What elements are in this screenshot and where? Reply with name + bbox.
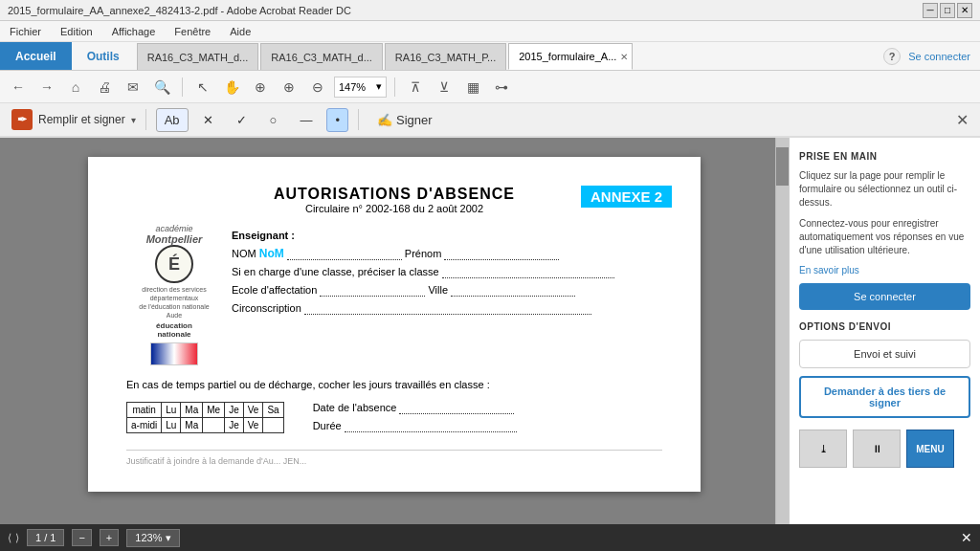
toolbar-zoomout[interactable]: ⊖ [305, 75, 330, 99]
sign-button[interactable]: ✍ Signer [368, 108, 441, 132]
sign-tool-text[interactable]: Ab [156, 108, 189, 132]
separator-2 [394, 77, 395, 97]
temps-partiel-content: matin Lu Ma Me Je Ve Sa a-midi Lu Ma [126, 396, 662, 438]
status-prev[interactable]: ⟨ [8, 532, 11, 544]
french-flag [150, 342, 198, 365]
sign-close-button[interactable]: ✕ [956, 111, 969, 129]
date-absence-line: Date de l'absence [313, 402, 517, 414]
sign-tool-cross[interactable]: ✕ [194, 108, 222, 132]
logo-education: éducationnationale [156, 321, 192, 339]
sign-tool-dot[interactable]: • [326, 108, 348, 132]
zoom-out-btn[interactable]: − [72, 529, 91, 546]
logo-academie: académieMontpellier [146, 224, 203, 245]
sign-tool-check[interactable]: ✓ [228, 108, 256, 132]
title-bar: 2015_formulaire_AA_annexe2_482413-2.pdf … [0, 0, 980, 21]
tab-2[interactable]: RA16_C3_MATH_d... [260, 43, 383, 70]
signer-tiers-button[interactable]: Demander à des tiers de signer [799, 376, 970, 418]
nav-tools[interactable]: Outils [72, 42, 135, 70]
options-title: OPTIONS D'ENVOI [799, 321, 970, 332]
toolbar-tools2[interactable]: ⊻ [432, 75, 457, 99]
toolbar-hand[interactable]: ✋ [219, 75, 244, 99]
icon-btn-menu[interactable]: MENU [906, 430, 954, 468]
toolbar-back[interactable]: ← [6, 75, 31, 99]
nav-right: ? Se connecter [874, 48, 980, 65]
panel-connect-text: Connectez-vous pour enregistrer automati… [799, 217, 970, 257]
circo-dotted [304, 302, 591, 315]
toolbar-share[interactable]: ⊶ [489, 75, 514, 99]
close-button[interactable]: ✕ [957, 3, 972, 18]
ma-amidi: Ma [181, 418, 203, 433]
toolbar-more[interactable]: ▦ [460, 75, 485, 99]
tabs-area: RA16_C3_MATH_d... RA16_C3_MATH_d... RA16… [135, 42, 874, 70]
sign-pen-icon: ✍ [377, 113, 392, 127]
connect-button[interactable]: Se connecter [908, 51, 970, 62]
zoom-in-btn[interactable]: + [100, 529, 119, 546]
ville-dotted [451, 284, 575, 297]
status-close-icon[interactable]: ✕ [961, 530, 972, 545]
icon-btn-1[interactable]: ⤓ [799, 430, 847, 468]
scroll-thumb[interactable] [776, 147, 789, 186]
sign-icon: ✒ [11, 109, 33, 130]
tab-3[interactable]: RA16_C3_MATH_P... [385, 43, 506, 70]
menu-affichage[interactable]: Affichage [106, 24, 162, 39]
ecole-line: Ecole d'affectation Ville [232, 284, 662, 297]
me-matin: Me [203, 403, 225, 418]
temps-partiel-section: En cas de temps partiel ou de décharge, … [126, 379, 662, 438]
status-bar: ⟨ ⟩ 1 / 1 − + 123% ▾ ✕ [0, 524, 980, 551]
tab-1[interactable]: RA16_C3_MATH_d... [137, 43, 259, 70]
menu-fichier[interactable]: Fichier [4, 24, 47, 39]
minimize-button[interactable]: ─ [923, 3, 938, 18]
separator-1 [182, 77, 183, 97]
ecole-dotted [320, 284, 425, 297]
pdf-scrollbar[interactable] [775, 138, 789, 524]
sign-tool-circle[interactable]: ○ [261, 108, 286, 132]
toolbar-select[interactable]: ↖ [190, 75, 215, 99]
nav-home[interactable]: Accueil [0, 42, 72, 70]
toolbar-forward[interactable]: → [34, 75, 59, 99]
content-block: académieMontpellier É direction des serv… [126, 224, 662, 365]
sign-toolbar: ✒ Remplir et signer ▾ Ab ✕ ✓ ○ — • ✍ Sig… [0, 103, 980, 138]
toolbar-home[interactable]: ⌂ [63, 75, 88, 99]
menu-edition[interactable]: Edition [55, 24, 99, 39]
menu-aide[interactable]: Aide [224, 24, 256, 39]
sign-dropdown-icon[interactable]: ▾ [131, 115, 136, 125]
toolbar-zoomin[interactable]: ⊕ [277, 75, 301, 99]
zoom-box[interactable]: 147% ▾ [334, 77, 387, 98]
lu-matin: Lu [162, 403, 181, 418]
status-nav: ⟨ ⟩ [8, 532, 19, 544]
connect-panel-button[interactable]: Se connecter [799, 283, 970, 310]
toolbar-search[interactable]: 🔍 [149, 75, 174, 99]
zoom-value: 147% [339, 81, 366, 93]
icon-btn-2[interactable]: ⏸ [853, 430, 901, 468]
circo-line: Circonscription [232, 302, 662, 315]
sign-tool-line[interactable]: — [291, 108, 321, 132]
logo-inner: académieMontpellier É direction des serv… [126, 224, 222, 365]
zoom-dropdown-icon[interactable]: ▾ [376, 80, 382, 93]
period-amidi: a-midi [127, 418, 162, 433]
status-next[interactable]: ⟩ [15, 532, 19, 544]
toolbar-print[interactable]: 🖨 [92, 75, 117, 99]
learn-more-link[interactable]: En savoir plus [799, 265, 970, 276]
toolbar-email[interactable]: ✉ [121, 75, 145, 99]
date-duree-block: Date de l'absence Durée [313, 396, 517, 438]
tab-close-icon[interactable]: ✕ [620, 52, 628, 62]
date-dotted [399, 402, 514, 414]
classe-line: Si en charge d'une classe, préciser la c… [232, 266, 662, 278]
right-panel: PRISE EN MAIN Cliquez sur la page pour r… [789, 138, 980, 524]
zoom-dropdown[interactable]: ▾ [166, 532, 171, 544]
doc-bottom-text: Justificatif à joindre à la demande d'Au… [126, 450, 662, 466]
maximize-button[interactable]: □ [940, 3, 955, 18]
nav-bar: Accueil Outils RA16_C3_MATH_d... RA16_C3… [0, 42, 980, 71]
toolbar-scroll-up[interactable]: ⊼ [403, 75, 428, 99]
pdf-page[interactable]: ANNEXE 2 AUTORISATIONS D'ABSENCE Circula… [88, 157, 701, 492]
menu-fenetre[interactable]: Fenêtre [168, 24, 216, 39]
bottom-icons-row: ⤓ ⏸ MENU [799, 430, 970, 468]
temps-partiel-label: En cas de temps partiel ou de décharge, … [126, 379, 662, 390]
tab-4-active[interactable]: 2015_formulaire_A... ✕ [508, 43, 633, 70]
logo-desc: direction des servicesdépartementauxde l… [139, 285, 209, 320]
table-row-amidi: a-midi Lu Ma Je Ve [127, 418, 284, 433]
toolbar-cursor[interactable]: ⊕ [248, 75, 273, 99]
envoi-button[interactable]: Envoi et suivi [799, 340, 970, 368]
help-icon[interactable]: ? [883, 48, 901, 65]
me-amidi [203, 418, 225, 433]
